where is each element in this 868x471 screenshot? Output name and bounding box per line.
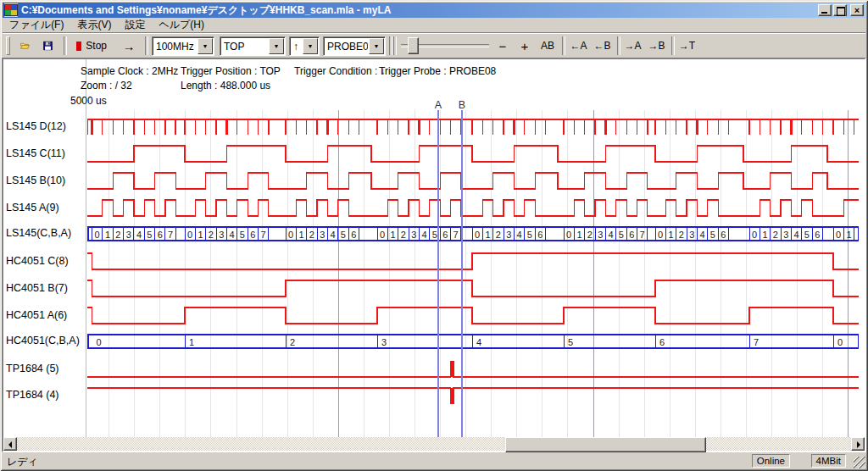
channel-label: HC4051(C,B,A) — [6, 335, 80, 346]
minus-icon: − — [499, 39, 507, 53]
channel-label: LS145 C(11) — [6, 147, 65, 159]
zoom-out-button[interactable]: − — [492, 36, 513, 56]
status-memory-badge: 4MBit — [811, 454, 846, 468]
plus-icon: + — [521, 39, 529, 53]
right-arrow-t-icon: →T — [679, 40, 695, 52]
waveform-client-area — [2, 58, 866, 452]
stop-label: Stop — [86, 40, 107, 52]
status-online-badge: Online — [752, 454, 790, 468]
channel-label: HC4051 C(8) — [6, 255, 69, 267]
goto-cursor-a-button[interactable]: ←A — [567, 36, 590, 56]
channel-label: LS145 A(9) — [6, 202, 59, 213]
menubar: ファイル(F)表示(V)設定ヘルプ(H) — [3, 18, 865, 32]
menu-item-2[interactable]: 設定 — [118, 18, 152, 32]
chevron-down-icon[interactable]: ▼ — [303, 38, 318, 54]
close-icon: × — [851, 4, 863, 16]
stop-icon — [76, 42, 81, 51]
run-arrow-icon: → — [123, 39, 136, 53]
zoom-slider-thumb[interactable] — [408, 37, 419, 54]
scroll-left-button[interactable] — [3, 437, 17, 451]
trigger-probe-info: Trigger Probe : PROBE08 — [379, 65, 496, 77]
horizontal-scrollbar[interactable] — [3, 437, 865, 451]
toolbar-separator — [145, 36, 148, 55]
set-cursor-b-button[interactable]: →B — [645, 36, 668, 56]
resize-grip[interactable] — [854, 457, 865, 468]
sample-clock-combo[interactable]: 100MHz ▼ — [152, 36, 214, 56]
save-floppy-icon — [43, 39, 53, 53]
window-title: C:¥Documents and Settings¥noname¥デスクトップ¥… — [21, 3, 818, 18]
left-triangle-icon — [8, 441, 12, 448]
trigger-edge-combo[interactable]: ↑ ▼ — [289, 36, 320, 56]
titlebar[interactable]: C:¥Documents and Settings¥noname¥デスクトップ¥… — [3, 3, 865, 18]
menu-item-3[interactable]: ヘルプ(H) — [152, 18, 211, 32]
maximize-button[interactable] — [833, 4, 847, 16]
channel-label: HC4051 B(7) — [6, 282, 68, 294]
right-arrow-a-icon: →A — [625, 40, 642, 52]
left-arrow-a-icon: ←A — [570, 40, 587, 52]
right-triangle-icon — [857, 441, 860, 448]
channel-label: TP1684 (5) — [6, 363, 59, 374]
right-arrow-b-icon: →B — [648, 40, 665, 52]
close-button[interactable]: × — [850, 4, 864, 16]
toolbar: Stop → 100MHz ▼ TOP ▼ ↑ ▼ PROBE00 ▼ − + … — [3, 32, 865, 58]
left-arrow-b-icon: ←B — [594, 40, 611, 52]
length-info: Length : 488.000 us — [181, 80, 270, 91]
toolbar-separator — [389, 36, 392, 55]
goto-cursor-b-button[interactable]: ←B — [591, 36, 614, 56]
minimize-button[interactable] — [818, 4, 832, 16]
trigger-condition-info: Trigger Condition : ↓ — [294, 65, 386, 77]
app-icon — [4, 3, 18, 17]
channel-label: TP1684 (4) — [6, 389, 59, 401]
chevron-down-icon[interactable]: ▼ — [198, 38, 213, 54]
toolbar-separator — [671, 36, 675, 55]
zoom-info: Zoom : / 32 — [81, 80, 132, 91]
toolbar-separator — [393, 36, 397, 55]
scrollbar-thumb[interactable] — [505, 437, 706, 452]
trigger-position-value: TOP — [220, 41, 268, 53]
scale-label: 5000 us — [70, 95, 107, 107]
sample-clock-value: 100MHz — [153, 41, 197, 53]
save-button[interactable] — [37, 36, 58, 56]
menu-item-0[interactable]: ファイル(F) — [3, 18, 70, 32]
zoom-in-button[interactable]: + — [515, 36, 535, 56]
probe-combo[interactable]: PROBE00 ▼ — [323, 36, 386, 56]
open-folder-icon — [20, 39, 30, 53]
zoom-ab-button[interactable]: AB — [537, 36, 559, 56]
channel-label: HC4051 A(6) — [6, 309, 67, 321]
chevron-down-icon[interactable]: ▼ — [269, 38, 284, 54]
chevron-down-icon[interactable]: ▼ — [369, 38, 384, 54]
toolbar-separator — [64, 36, 67, 55]
scroll-right-button[interactable] — [851, 437, 865, 451]
stop-button[interactable]: Stop — [70, 36, 113, 56]
run-button[interactable]: → — [118, 36, 140, 56]
app-window: C:¥Documents and Settings¥noname¥デスクトップ¥… — [0, 0, 868, 471]
toolbar-separator — [562, 36, 565, 55]
channel-label: LS145 D(12) — [6, 120, 66, 132]
trigger-position-combo[interactable]: TOP ▼ — [220, 36, 286, 56]
status-ready-text: レディ — [7, 455, 38, 469]
channel-label: LS145(C,B,A) — [6, 227, 71, 239]
sample-clock-info: Sample Clock : 2MHz — [81, 65, 178, 77]
ab-label: AB — [541, 40, 554, 52]
maximize-icon — [837, 7, 845, 16]
probe-value: PROBE00 — [324, 41, 368, 53]
statusbar: レディ Online 4MBit — [2, 452, 866, 469]
open-file-button[interactable] — [14, 36, 36, 56]
minimize-icon — [821, 12, 827, 14]
toolbar-grip[interactable] — [6, 36, 10, 55]
channel-label: LS145 B(10) — [6, 175, 65, 186]
set-cursor-a-button[interactable]: →A — [621, 36, 644, 56]
trigger-edge-value: ↑ — [290, 41, 302, 53]
toolbar-separator — [617, 36, 620, 55]
trigger-position-info: Trigger Position : TOP — [181, 65, 281, 77]
goto-trigger-button[interactable]: →T — [676, 36, 698, 56]
menu-item-1[interactable]: 表示(V) — [70, 18, 118, 32]
